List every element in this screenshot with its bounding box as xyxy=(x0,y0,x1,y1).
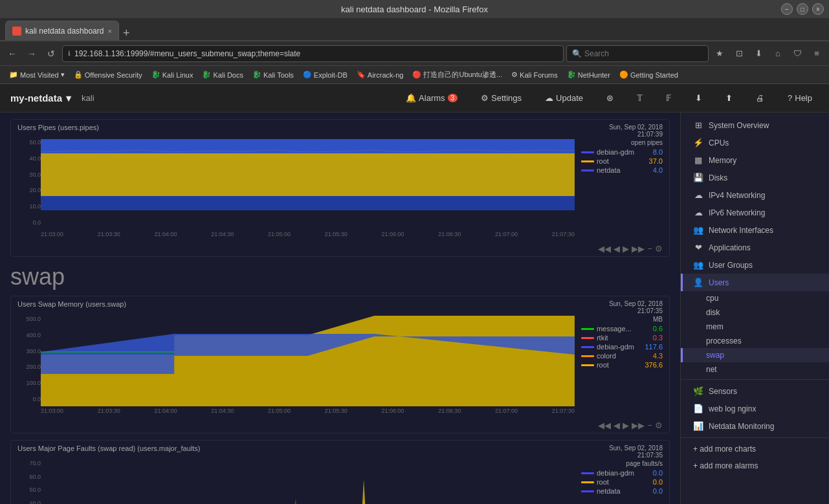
sidebar-sub-item-processes[interactable]: processes xyxy=(681,334,829,348)
print-icon[interactable]: 🖨 xyxy=(749,89,771,107)
search-bar[interactable]: 🔍 Search xyxy=(566,45,709,62)
sidebar-sub-item-disk[interactable]: disk xyxy=(681,305,829,320)
github-icon[interactable]: ⊛ xyxy=(600,89,620,107)
sidebar-item-user-groups[interactable]: 👥 User Groups xyxy=(681,256,829,274)
chart-time-swap: 21:07:35 xyxy=(609,307,663,314)
chart-timestamp-faults: Sun, Sep 02, 2018 xyxy=(609,444,663,452)
chart-unit-faults: page faults/s xyxy=(581,460,663,467)
sidebar: ⊞ System Overview ⚡ CPUs ▦ Memory 💾 Disk… xyxy=(680,113,829,504)
chart-back-btn2[interactable]: ◀ xyxy=(613,421,620,430)
sidebar-add-alarms[interactable]: + add more alarms xyxy=(681,457,829,474)
sidebar-item-disks[interactable]: 💾 Disks xyxy=(681,169,829,186)
sidebar-item-network-interfaces[interactable]: 👥 Network Interfaces xyxy=(681,221,829,239)
bookmark-kali-linux[interactable]: 🐉 Kali Linux xyxy=(148,69,197,80)
sidebar-sub-item-net[interactable]: net xyxy=(681,362,829,377)
nav-brand[interactable]: my-netdata ▾ xyxy=(10,93,71,104)
forward-button[interactable]: → xyxy=(23,45,40,62)
sidebar-sub-item-mem[interactable]: mem xyxy=(681,320,829,334)
chart-next-btn2[interactable]: ▶▶ xyxy=(632,421,645,430)
chart-area-faults: 21:03:00 21:03:30 21:04:00 21:04:30 21:0… xyxy=(41,460,575,504)
alarms-nav-item[interactable]: 🔔 Alarms 3 xyxy=(399,89,464,107)
sidebar-item-ipv4[interactable]: ☁ IPv4 Networking xyxy=(681,186,829,204)
twitter-icon[interactable]: 𝕋 xyxy=(630,89,649,107)
chart-back-btn[interactable]: ◀ xyxy=(613,244,620,254)
bookmark-icon[interactable]: ★ xyxy=(711,45,728,62)
bookmark-most-visited[interactable]: 📁 Most Visited ▾ xyxy=(5,69,69,80)
bookmark-ubuntu[interactable]: 🔴 打造自己的Ubuntu渗透... xyxy=(408,69,506,81)
chart-legend-swap: MB message... 0.6 rtkit 0.3 xyxy=(575,316,663,414)
legend-item-message: message... 0.6 xyxy=(581,325,663,333)
instance-label: kali xyxy=(82,93,94,103)
sidebar-divider2 xyxy=(681,437,829,438)
download2-icon[interactable]: ⬇ xyxy=(689,89,709,107)
help-nav-item[interactable]: ? Help xyxy=(781,89,819,107)
pocket-icon[interactable]: 🛡 xyxy=(789,45,806,62)
maximize-button[interactable]: □ xyxy=(797,3,808,15)
svg-rect-1 xyxy=(41,153,575,196)
legend-item-root: root 37.0 xyxy=(581,157,663,165)
bookmark-aircrack[interactable]: 🔖 Aircrack-ng xyxy=(353,69,408,80)
legend-item-debian-gdm2: debian-gdm 117.6 xyxy=(581,343,663,351)
chart-minus-btn[interactable]: − xyxy=(647,244,652,254)
svg-rect-2 xyxy=(41,139,575,153)
menu-icon[interactable]: ≡ xyxy=(808,45,825,62)
chart-prev-btn[interactable]: ◀◀ xyxy=(598,244,611,254)
chart-forward-btn[interactable]: ▶ xyxy=(623,244,629,254)
update-nav-item[interactable]: ☁ Update xyxy=(538,89,590,107)
sidebar-item-system-overview[interactable]: ⊞ System Overview xyxy=(681,116,829,134)
sidebar-item-applications[interactable]: ❤ Applications xyxy=(681,239,829,256)
sidebar-divider xyxy=(681,379,829,380)
tab-bar: kali netdata dashboard × + xyxy=(0,18,829,41)
home-icon[interactable]: ⌂ xyxy=(769,45,786,62)
download-icon[interactable]: ⬇ xyxy=(750,45,767,62)
chart-next-btn[interactable]: ▶▶ xyxy=(632,244,645,254)
tab-close-button[interactable]: × xyxy=(107,27,111,35)
reload-button[interactable]: ↺ xyxy=(43,45,60,62)
netdata-monitoring-icon: 📊 xyxy=(693,421,703,431)
sidebar-item-netdata-monitoring[interactable]: 📊 Netdata Monitoring xyxy=(681,417,829,435)
chart-settings-btn2[interactable]: ⚙ xyxy=(655,421,663,430)
upload-icon[interactable]: ⬆ xyxy=(719,89,739,107)
url-bar[interactable]: ℹ 192.168.1.136:19999/#menu_users_submen… xyxy=(62,45,564,62)
chart-svg-pipes xyxy=(41,139,575,230)
bookmark-kali-forums[interactable]: ⚙ Kali Forums xyxy=(507,69,562,80)
bookmark-offensive-security[interactable]: 🔒 Offensive Security xyxy=(70,69,146,80)
window-controls[interactable]: − □ × xyxy=(781,3,824,15)
new-tab-button[interactable]: + xyxy=(119,27,134,40)
bookmark-nethunter[interactable]: 🐉 NetHunter xyxy=(563,69,614,80)
bookmark-icon: 🔒 xyxy=(74,71,83,79)
chart-canvas-pipes xyxy=(41,139,575,230)
chart-minus-btn2[interactable]: − xyxy=(647,421,652,430)
chart-settings-btn[interactable]: ⚙ xyxy=(655,244,663,254)
tab-kali-dashboard[interactable]: kali netdata dashboard × xyxy=(5,21,119,40)
legend-color-netdata3 xyxy=(581,490,594,492)
sidebar-item-web-log[interactable]: 📄 web log nginx xyxy=(681,400,829,417)
settings-nav-item[interactable]: ⚙ Settings xyxy=(474,89,528,107)
bookmark-icon: ⚙ xyxy=(511,71,518,79)
sidebar-item-users[interactable]: 👤 Users xyxy=(681,274,829,291)
sidebar-sub-item-swap[interactable]: swap xyxy=(681,348,829,362)
chart-area-swap: 21:03:00 21:03:30 21:04:00 21:04:30 21:0… xyxy=(41,316,575,414)
sidebar-sub-item-cpu[interactable]: cpu xyxy=(681,291,829,305)
chart-prev-btn2[interactable]: ◀◀ xyxy=(598,421,611,430)
legend-item-netdata3: netdata 0.0 xyxy=(581,487,663,495)
chart-forward-btn2[interactable]: ▶ xyxy=(623,421,629,430)
sidebar-item-memory[interactable]: ▦ Memory xyxy=(681,151,829,169)
alarm-badge: 3 xyxy=(448,94,458,102)
close-button[interactable]: × xyxy=(812,3,824,15)
bookmark-getting-started[interactable]: 🟠 Getting Started xyxy=(615,69,682,80)
facebook-icon[interactable]: 𝔽 xyxy=(659,89,678,107)
nav-bar: my-netdata ▾ kali 🔔 Alarms 3 ⚙ Settings … xyxy=(0,84,829,113)
sidebar-item-sensors[interactable]: 🌿 Sensors xyxy=(681,382,829,400)
bookmark-exploit-db[interactable]: 🔵 Exploit-DB xyxy=(299,69,351,80)
bookmark-kali-tools[interactable]: 🐉 Kali Tools xyxy=(249,69,298,80)
back-button[interactable]: ← xyxy=(4,45,21,62)
reader-icon[interactable]: ⊡ xyxy=(731,45,747,62)
sidebar-add-charts[interactable]: + add more charts xyxy=(681,441,829,457)
chart-controls-pipes: ◀◀ ◀ ▶ ▶▶ − ⚙ xyxy=(11,241,669,256)
sidebar-item-cpus[interactable]: ⚡ CPUs xyxy=(681,134,829,151)
sidebar-item-ipv6[interactable]: ☁ IPv6 Networking xyxy=(681,204,829,221)
svg-rect-6 xyxy=(41,460,575,504)
bookmark-kali-docs[interactable]: 🐉 Kali Docs xyxy=(198,69,247,80)
minimize-button[interactable]: − xyxy=(781,3,793,15)
